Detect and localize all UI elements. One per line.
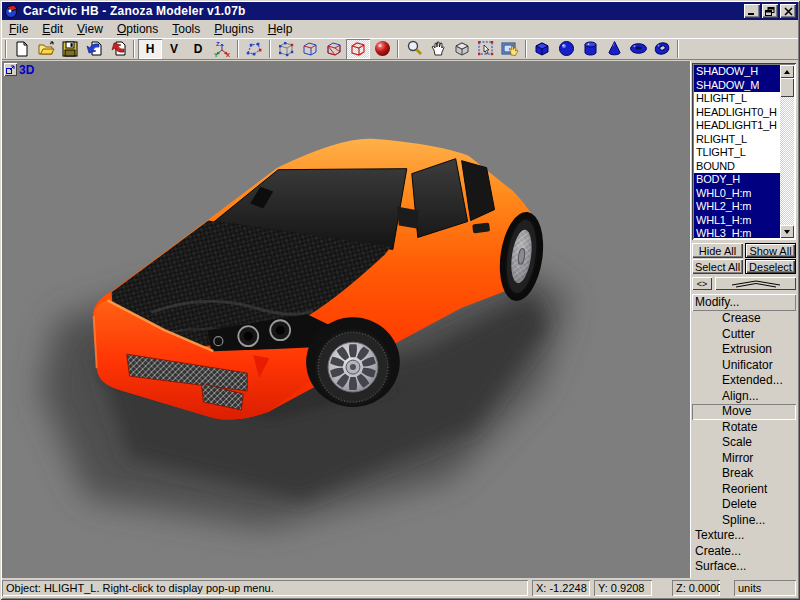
cmd-extended[interactable]: Extended... — [692, 373, 796, 389]
primitive-cone-button[interactable] — [602, 39, 626, 59]
status-x: X: -1.2248 — [532, 580, 590, 596]
view-cube-button[interactable] — [450, 39, 474, 59]
cmd-delete[interactable]: Delete — [692, 497, 796, 513]
new-button[interactable] — [10, 39, 34, 59]
menu-view[interactable]: View — [70, 21, 110, 37]
close-button[interactable] — [780, 4, 796, 18]
cmd-scale[interactable]: Scale — [692, 435, 796, 451]
faces-mode-button[interactable] — [322, 39, 346, 59]
select-arrow-button[interactable] — [474, 39, 498, 59]
svg-text:X: X — [226, 52, 230, 58]
zoom-button[interactable] — [402, 39, 426, 59]
primitive-sphere-button[interactable] — [554, 39, 578, 59]
cmd-align[interactable]: Align... — [692, 389, 796, 405]
restore-icon — [765, 7, 775, 16]
objects-listbox[interactable]: SHADOW_H SHADOW_M HLIGHT_L HEADLIGHT0_H … — [692, 63, 796, 240]
toolbar: H V D Z Y X — [2, 38, 798, 60]
cmd-modify-header[interactable]: Modify... — [692, 294, 796, 311]
vertices-mode-button[interactable] — [274, 39, 298, 59]
3d-viewport-canvas[interactable] — [2, 61, 690, 577]
view-d-button[interactable]: D — [186, 39, 210, 59]
close-icon — [784, 7, 793, 16]
cmd-rotate[interactable]: Rotate — [692, 420, 796, 436]
list-item[interactable]: SHADOW_M — [694, 79, 780, 93]
open-icon — [38, 41, 55, 57]
list-item[interactable]: HEADLIGHT0_H — [694, 106, 780, 120]
restore-button[interactable] — [762, 4, 778, 18]
scroll-up-button[interactable] — [780, 65, 794, 78]
cylinder-icon — [582, 40, 599, 57]
view-v-button[interactable]: V — [162, 39, 186, 59]
list-scrollbar[interactable] — [780, 65, 794, 238]
list-item[interactable]: SHADOW_H — [694, 65, 780, 79]
primitive-box-button[interactable] — [530, 39, 554, 59]
menu-bar: File Edit View Options Tools Plugins Hel… — [2, 20, 798, 38]
viewport-maximize-button[interactable] — [4, 63, 17, 76]
list-item[interactable]: RLIGHT_L — [694, 133, 780, 147]
cmd-move[interactable]: Move — [692, 404, 796, 420]
new-icon — [14, 41, 30, 57]
menu-file[interactable]: File — [2, 21, 35, 37]
cmd-create-header[interactable]: Create... — [692, 544, 796, 560]
view-h-button[interactable]: H — [138, 39, 162, 59]
list-item[interactable]: WHL3_H:m — [694, 227, 780, 238]
panel-collapse-button[interactable] — [715, 277, 796, 290]
select-all-button[interactable]: Select All — [692, 259, 743, 274]
menu-options[interactable]: Options — [110, 21, 165, 37]
cmd-extrusion[interactable]: Extrusion — [692, 342, 796, 358]
deselect-button[interactable]: Deselect — [745, 259, 796, 274]
list-item[interactable]: BODY_H — [694, 173, 780, 187]
save-button[interactable] — [58, 39, 82, 59]
show-all-button[interactable]: Show All — [745, 243, 796, 258]
list-item[interactable]: BOUND — [694, 160, 780, 174]
cmd-mirror[interactable]: Mirror — [692, 451, 796, 467]
svg-text:Y: Y — [214, 52, 218, 58]
pan-hand-button[interactable] — [426, 39, 450, 59]
3d-viewport[interactable]: 3D — [2, 61, 690, 578]
cmd-reorient[interactable]: Reorient — [692, 482, 796, 498]
menu-edit[interactable]: Edit — [35, 21, 70, 37]
import-button[interactable] — [82, 39, 106, 59]
menu-plugins[interactable]: Plugins — [207, 21, 260, 37]
cmd-unificator[interactable]: Unificator — [692, 358, 796, 374]
hide-all-button[interactable]: Hide All — [692, 243, 743, 258]
menu-tools[interactable]: Tools — [165, 21, 207, 37]
export-button[interactable] — [106, 39, 130, 59]
status-y: Y: 0.9208 — [594, 580, 652, 596]
minimize-button[interactable] — [744, 4, 760, 18]
menu-help[interactable]: Help — [261, 21, 300, 37]
scroll-down-button[interactable] — [780, 225, 794, 238]
cmd-texture-header[interactable]: Texture... — [692, 528, 796, 544]
faces-mode-icon — [325, 40, 343, 57]
materials-sphere-button[interactable] — [370, 39, 394, 59]
primitive-torus-button[interactable] — [626, 39, 650, 59]
cmd-surface-header[interactable]: Surface... — [692, 559, 796, 575]
list-item[interactable]: TLIGHT_L — [694, 146, 780, 160]
list-item[interactable]: HEADLIGHT1_H — [694, 119, 780, 133]
objects-mode-button[interactable] — [346, 39, 370, 59]
open-button[interactable] — [34, 39, 58, 59]
axis-gizmo-button[interactable]: Z Y X — [210, 39, 234, 59]
list-item[interactable]: WHL2_H:m — [694, 200, 780, 214]
list-item[interactable]: WHL0_H:m — [694, 187, 780, 201]
status-units: units — [734, 580, 796, 596]
polyline-select-button[interactable] — [242, 39, 266, 59]
front-wheel — [306, 317, 400, 407]
window-title: Car-Civic HB - Zanoza Modeler v1.07b — [23, 4, 742, 18]
list-item[interactable]: WHL1_H:m — [694, 214, 780, 228]
cmd-cutter[interactable]: Cutter — [692, 327, 796, 343]
cmd-break[interactable]: Break — [692, 466, 796, 482]
cmd-crease[interactable]: Crease — [692, 311, 796, 327]
primitive-tube-button[interactable] — [650, 39, 674, 59]
list-item[interactable]: HLIGHT_L — [694, 92, 780, 106]
cmd-spline[interactable]: Spline... — [692, 513, 796, 529]
edges-mode-button[interactable] — [298, 39, 322, 59]
primitive-cylinder-button[interactable] — [578, 39, 602, 59]
app-icon — [4, 3, 20, 19]
browse-button[interactable] — [498, 39, 522, 59]
command-panel: Modify... Crease Cutter Extrusion Unific… — [692, 294, 796, 575]
scroll-thumb[interactable] — [780, 78, 794, 97]
panel-toggle-button[interactable]: <> — [692, 277, 712, 290]
app-window: Car-Civic HB - Zanoza Modeler v1.07b Fil… — [0, 0, 800, 600]
objects-mode-icon — [349, 40, 367, 57]
